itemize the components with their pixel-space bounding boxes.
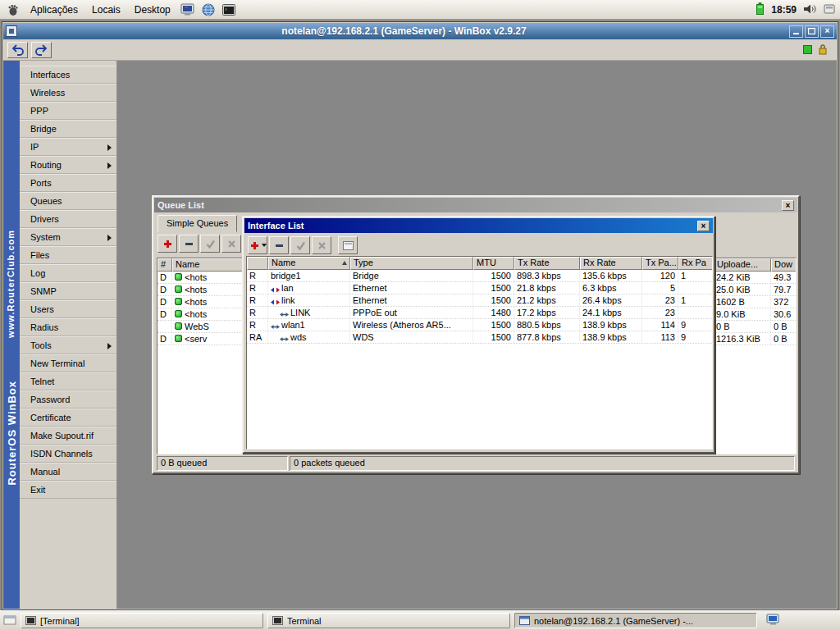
row-mtu: 1500 xyxy=(473,270,514,281)
sidebar-item-certificate[interactable]: Certificate xyxy=(20,409,116,427)
column-header-download[interactable]: Dow xyxy=(771,258,797,272)
column-header-uploaded[interactable]: Uploade... xyxy=(714,258,771,272)
applet-icon[interactable] xyxy=(824,3,835,16)
disable-button[interactable] xyxy=(221,235,241,253)
row-download: 0 B xyxy=(771,333,797,345)
row-tx-packets: 113 xyxy=(642,331,678,343)
sidebar-item-isdn-channels[interactable]: ISDN Channels xyxy=(20,445,116,463)
queue-list-title-bar[interactable]: Queue List × xyxy=(154,198,797,212)
sidebar-item-make-supout[interactable]: Make Supout.rif xyxy=(20,427,116,445)
remove-button[interactable] xyxy=(179,235,199,253)
column-header-mtu[interactable]: MTU xyxy=(473,257,514,270)
sidebar-item-routing[interactable]: Routing xyxy=(20,156,116,174)
row-tx-packets: 5 xyxy=(642,282,678,294)
sidebar-item-password[interactable]: Password xyxy=(20,390,116,409)
close-button[interactable]: × xyxy=(820,25,834,38)
gnome-foot-icon[interactable] xyxy=(3,2,23,18)
sidebar-item-tools[interactable]: Tools xyxy=(20,336,116,354)
sidebar-item-radius[interactable]: Radius xyxy=(20,318,116,336)
menu-places[interactable]: Locais xyxy=(85,2,127,17)
remove-icon xyxy=(184,239,194,249)
table-row[interactable]: RA wds WDS 1500 877.8 kbps 138.9 kbps 11… xyxy=(247,331,712,344)
enable-button[interactable] xyxy=(200,235,220,253)
sidebar-item-queues[interactable]: Queues xyxy=(20,192,116,210)
brand-strip: www.RouterClub.com RouterOS WinBox xyxy=(3,61,20,609)
chevron-down-icon xyxy=(262,244,267,247)
disable-icon xyxy=(226,239,237,249)
sidebar-item-bridge[interactable]: Bridge xyxy=(20,120,116,138)
sidebar-item-interfaces[interactable]: Interfaces xyxy=(20,66,116,84)
sidebar-item-ppp[interactable]: PPP xyxy=(20,102,116,120)
enable-button[interactable] xyxy=(290,236,310,254)
sidebar-item-telnet[interactable]: Telnet xyxy=(20,372,116,390)
table-row[interactable]: R wlan1 Wireless (Atheros AR5... 1500 88… xyxy=(247,319,712,331)
taskbar-item-terminal-min[interactable]: [Terminal] xyxy=(21,613,263,628)
minimize-button[interactable] xyxy=(789,25,803,38)
submenu-arrow-icon xyxy=(107,343,112,349)
column-header-tx-packets[interactable]: Tx Pa... xyxy=(642,257,678,270)
window-title: notelan@192.168.2.1 (GameServer) - WinBo… xyxy=(21,25,788,37)
terminal-icon[interactable] xyxy=(219,2,239,18)
remove-button[interactable] xyxy=(269,236,289,254)
table-row[interactable]: R link Ethernet 1500 21.2 kbps 26.4 kbps… xyxy=(247,294,712,307)
sidebar-item-users[interactable]: Users xyxy=(20,300,116,318)
sidebar-item-manual[interactable]: Manual xyxy=(20,463,116,481)
redo-button[interactable] xyxy=(31,42,52,58)
row-download: 372 xyxy=(771,296,797,308)
sidebar-item-ports[interactable]: Ports xyxy=(20,174,116,192)
row-type: Ethernet xyxy=(350,294,473,306)
close-icon[interactable]: × xyxy=(782,200,794,211)
battery-icon[interactable] xyxy=(756,2,765,17)
interface-list-title-bar[interactable]: Interface List × xyxy=(244,218,713,233)
disable-button[interactable] xyxy=(312,236,331,254)
sidebar-item-ip[interactable]: IP xyxy=(20,138,116,156)
menu-desktop[interactable]: Desktop xyxy=(128,2,177,17)
column-header-tx-rate[interactable]: Tx Rate xyxy=(514,257,580,270)
clock[interactable]: 18:59 xyxy=(771,4,797,16)
menu-applications[interactable]: Aplicações xyxy=(24,2,84,17)
table-row[interactable]: R LINK PPPoE out 1480 17.2 kbps 24.1 kbp… xyxy=(247,307,712,319)
sidebar-item-files[interactable]: Files xyxy=(20,246,116,264)
row-rx-packets: 1 xyxy=(678,270,713,281)
sidebar-item-new-terminal[interactable]: New Terminal xyxy=(20,354,116,372)
taskbar-item-terminal[interactable]: Terminal xyxy=(267,613,510,628)
globe-icon[interactable] xyxy=(199,2,218,18)
maximize-button[interactable] xyxy=(805,25,819,38)
submenu-arrow-icon xyxy=(107,144,112,151)
tray-monitor-icon[interactable] xyxy=(766,614,780,628)
sidebar-item-log[interactable]: Log xyxy=(20,264,116,282)
column-header-type[interactable]: Type xyxy=(350,257,473,270)
add-button[interactable] xyxy=(158,235,177,253)
row-flags: R xyxy=(247,307,268,318)
window-list-icon[interactable] xyxy=(3,614,16,628)
row-tx-packets: 114 xyxy=(642,319,678,331)
sidebar-menu: Interfaces Wireless PPP Bridge IP Routin… xyxy=(20,61,117,609)
sidebar-item-snmp[interactable]: SNMP xyxy=(20,282,116,300)
column-header-rx-rate[interactable]: Rx Rate xyxy=(580,257,642,270)
column-header-hash[interactable]: # xyxy=(158,258,172,272)
submenu-arrow-icon xyxy=(107,162,112,169)
column-header-name[interactable]: Name xyxy=(268,257,350,270)
monitor-icon[interactable] xyxy=(178,2,198,18)
sidebar-item-exit[interactable]: Exit xyxy=(20,481,116,499)
table-row[interactable]: R bridge1 Bridge 1500 898.3 kbps 135.6 k… xyxy=(247,270,712,282)
taskbar-item-winbox[interactable]: notelan@192.168.2.1 (GameServer) -... xyxy=(514,613,757,628)
disable-icon xyxy=(317,240,327,251)
undo-button[interactable] xyxy=(7,42,28,58)
add-dropdown-button[interactable] xyxy=(248,236,267,254)
details-button[interactable] xyxy=(338,236,358,254)
row-uploaded: 0 B xyxy=(714,321,771,332)
tab-simple-queues[interactable]: Simple Queues xyxy=(158,215,237,232)
main-title-bar[interactable]: notelan@192.168.2.1 (GameServer) - WinBo… xyxy=(3,23,837,39)
row-mtu: 1480 xyxy=(473,307,514,318)
sidebar-item-drivers[interactable]: Drivers xyxy=(20,210,116,228)
row-download: 0 B xyxy=(771,321,797,332)
column-header-flags[interactable] xyxy=(247,257,268,270)
close-icon[interactable]: × xyxy=(697,221,710,231)
add-icon xyxy=(162,239,173,249)
column-header-rx-packets[interactable]: Rx Pa xyxy=(678,257,713,270)
volume-icon[interactable] xyxy=(803,3,817,16)
sidebar-item-wireless[interactable]: Wireless xyxy=(20,84,116,102)
sidebar-item-system[interactable]: System xyxy=(20,228,116,246)
table-row[interactable]: R lan Ethernet 1500 21.8 kbps 6.3 kbps 5 xyxy=(247,282,712,294)
